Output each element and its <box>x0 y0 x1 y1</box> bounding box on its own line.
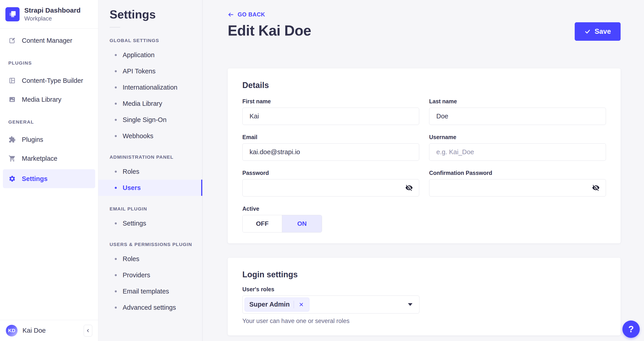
subnav-item-application[interactable]: Application <box>98 47 202 63</box>
subnav-item-webhooks[interactable]: Webhooks <box>98 128 202 144</box>
subnav-item-advanced-settings[interactable]: Advanced settings <box>98 299 202 316</box>
username-label: Username <box>429 134 606 140</box>
subnav-section-global-settings: GLOBAL SETTINGS <box>110 38 202 43</box>
first-name-field-group: First name <box>242 98 419 125</box>
title-row: Edit Kai Doe Save <box>228 22 620 41</box>
subnav-item-label: Providers <box>123 272 150 279</box>
subnav-title: Settings <box>110 8 202 21</box>
toggle-off-option[interactable]: OFF <box>242 215 282 232</box>
details-heading: Details <box>242 80 606 90</box>
toggle-on-option[interactable]: ON <box>282 215 322 232</box>
sidebar-item-label: Plugins <box>22 136 43 144</box>
cart-icon <box>8 155 16 162</box>
username-field-group: Username <box>429 134 606 161</box>
subnav-item-label: Roles <box>123 255 139 263</box>
email-label: Email <box>242 134 419 140</box>
layout-icon <box>8 77 16 84</box>
password-field-group: Password <box>242 170 419 196</box>
toggle-confirmation-password-visibility-button[interactable] <box>591 183 600 192</box>
user-roles-select[interactable]: Super Admin <box>242 296 420 314</box>
page-title: Edit Kai Doe <box>228 22 311 39</box>
user-name: Kai Doe <box>22 327 79 334</box>
first-name-input[interactable] <box>242 108 419 125</box>
app-title: Strapi Dashboard <box>24 6 80 14</box>
username-input[interactable] <box>429 144 606 161</box>
eye-off-icon <box>592 184 600 192</box>
help-button[interactable]: ? <box>622 320 640 338</box>
subnav-item-label: Roles <box>123 168 139 175</box>
subnav-section-email-plugin: EMAIL PLUGIN <box>110 206 202 212</box>
active-toggle-group: Active OFF ON <box>242 206 606 232</box>
bullet-icon <box>115 135 117 137</box>
subnav-item-internationalization[interactable]: Internationalization <box>98 79 202 96</box>
subnav-item-label: Settings <box>123 220 146 227</box>
role-tag: Super Admin <box>244 298 310 312</box>
brand-header: Strapi Dashboard Workplace <box>0 0 98 28</box>
sidebar-item-label: Content Manager <box>22 37 72 44</box>
sidebar-item-marketplace[interactable]: Marketplace <box>3 150 95 166</box>
toggle-password-visibility-button[interactable] <box>404 183 414 192</box>
app-root: Strapi Dashboard Workplace Content Manag… <box>0 0 644 341</box>
subnav-section-administration-panel: ADMINISTRATION PANEL <box>110 154 202 160</box>
bullet-icon <box>115 306 117 308</box>
subnav-item-label: Media Library <box>123 100 162 107</box>
details-card: Details First name Last name Email <box>228 68 620 243</box>
subnav-item-media-library[interactable]: Media Library <box>98 96 202 112</box>
sidebar-item-plugins[interactable]: Plugins <box>3 132 95 148</box>
sidebar-item-content-type-builder[interactable]: Content-Type Builder <box>3 72 95 89</box>
confirmation-password-input[interactable] <box>429 179 606 196</box>
details-form-grid: First name Last name Email <box>242 98 606 196</box>
subnav-item-providers[interactable]: Providers <box>98 267 202 283</box>
user-roles-label: User's roles <box>242 286 606 292</box>
subnav-item-label: API Tokens <box>123 68 156 75</box>
sidebar-item-label: Marketplace <box>22 155 58 162</box>
remove-role-button[interactable] <box>298 301 305 308</box>
roles-helper-text: Your user can have one or several roles <box>242 318 606 324</box>
bullet-icon <box>115 290 117 292</box>
sidebar-section-plugins: PLUGINS <box>3 60 95 66</box>
question-mark-label: ? <box>628 324 634 334</box>
last-name-label: Last name <box>429 98 606 104</box>
password-input[interactable] <box>242 179 419 196</box>
settings-subnav: Settings GLOBAL SETTINGS Application API… <box>98 0 202 341</box>
sidebar-item-label: Content-Type Builder <box>22 77 83 84</box>
role-tag-label: Super Admin <box>249 301 290 308</box>
sidebar-section-general: GENERAL <box>3 119 95 125</box>
go-back-link[interactable]: GO BACK <box>228 11 265 18</box>
sidebar-nav: Content Manager PLUGINS Content-Type Bui… <box>0 28 98 320</box>
bullet-icon <box>115 103 117 105</box>
image-icon <box>8 96 16 103</box>
user-row: KD Kai Doe <box>0 320 98 341</box>
sidebar-item-content-manager[interactable]: Content Manager <box>3 32 95 48</box>
subnav-item-api-tokens[interactable]: API Tokens <box>98 63 202 79</box>
save-button[interactable]: Save <box>575 22 620 41</box>
sidebar-item-media-library[interactable]: Media Library <box>3 92 95 108</box>
sidebar-item-label: Settings <box>22 175 48 182</box>
subnav-item-admin-users[interactable]: Users <box>98 180 202 196</box>
subnav-item-label: Single Sign-On <box>123 116 166 124</box>
gear-icon <box>8 175 16 182</box>
subnav-item-label: Webhooks <box>123 132 154 140</box>
subnav-item-up-roles[interactable]: Roles <box>98 251 202 267</box>
email-input[interactable] <box>242 144 419 161</box>
active-toggle: OFF ON <box>242 215 322 232</box>
first-name-label: First name <box>242 98 419 104</box>
collapse-sidebar-button[interactable] <box>84 325 92 336</box>
bullet-icon <box>115 222 117 224</box>
subnav-item-admin-roles[interactable]: Roles <box>98 164 202 180</box>
bullet-icon <box>115 119 117 121</box>
puzzle-icon <box>8 136 16 144</box>
subnav-item-label: Users <box>123 184 141 192</box>
subnav-item-email-settings[interactable]: Settings <box>98 215 202 232</box>
bullet-icon <box>115 70 117 72</box>
subnav-item-label: Internationalization <box>123 84 177 91</box>
last-name-input[interactable] <box>429 108 606 125</box>
subnav-item-email-templates[interactable]: Email templates <box>98 283 202 299</box>
last-name-field-group: Last name <box>429 98 606 125</box>
subnav-item-single-sign-on[interactable]: Single Sign-On <box>98 112 202 128</box>
login-settings-card: Login settings User's roles Super Admin <box>228 258 620 335</box>
brand-text: Strapi Dashboard Workplace <box>24 6 80 22</box>
sidebar-item-settings[interactable]: Settings <box>3 169 95 188</box>
confirmation-password-field-group: Confirmation Password <box>429 170 606 196</box>
subnav-section-users-permissions-plugin: USERS & PERMISSIONS PLUGIN <box>110 242 202 247</box>
